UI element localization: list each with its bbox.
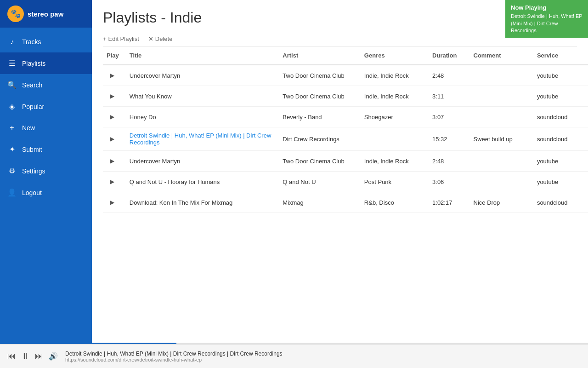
table-header-row: Play Title Artist Genres Duration Commen…	[103, 46, 588, 65]
sidebar-label-submit: Submit	[22, 146, 42, 153]
play-button[interactable]: ▶	[107, 111, 118, 122]
play-cell: ▶	[103, 65, 126, 86]
play-button[interactable]: ▶	[107, 176, 118, 187]
sidebar: 🐾 stereo paw ♪ Tracks ☰ Playlists 🔍 Sear…	[0, 0, 92, 343]
genres-cell: Post Punk	[361, 172, 429, 192]
genres-cell: Indie, Indie Rock	[361, 151, 429, 172]
play-cell: ▶	[103, 151, 126, 172]
artist-cell: Beverly - Band	[279, 107, 361, 127]
comment-cell	[470, 86, 533, 107]
comment-cell	[470, 172, 533, 192]
title-cell: Q and Not U - Hooray for Humans	[126, 172, 279, 192]
edit-playlist-button[interactable]: + Edit Playlist	[103, 35, 139, 42]
duration-cell: 3:07	[429, 107, 469, 127]
comment-cell	[470, 107, 533, 127]
col-header-play: Play	[103, 46, 126, 65]
play-button[interactable]: ▶	[107, 70, 118, 81]
main-content: Now Playing Detroit Swindle | Huh, What!…	[92, 0, 588, 343]
table-row: ▶Q and Not U - Hooray for HumansQ and No…	[103, 172, 588, 192]
duration-cell: 3:11	[429, 86, 469, 107]
tracks-body: ▶Undercover MartynTwo Door Cinema ClubIn…	[103, 65, 588, 213]
progress-bar[interactable]	[0, 343, 588, 344]
player-info-row: ⏮ ⏸ ⏭ 🔊 Detroit Swindle | Huh, What! EP …	[0, 344, 588, 368]
sidebar-item-tracks[interactable]: ♪ Tracks	[0, 31, 92, 52]
now-playing-badge: Now Playing Detroit Swindle | Huh, What!…	[505, 0, 588, 38]
play-cell: ▶	[103, 107, 126, 127]
play-pause-button[interactable]: ⏸	[21, 351, 29, 361]
sidebar-item-submit[interactable]: ✦ Submit	[0, 138, 92, 160]
comment-cell	[470, 151, 533, 172]
service-cell: soundcloud	[533, 192, 588, 213]
table-row: ▶Download: Kon In The Mix For MixmagMixm…	[103, 192, 588, 213]
play-cell: ▶	[103, 127, 126, 151]
music-icon: ♪	[7, 38, 17, 46]
duration-cell: 3:06	[429, 172, 469, 192]
title-cell: Honey Do	[126, 107, 279, 127]
service-cell: soundcloud	[533, 107, 588, 127]
play-button[interactable]: ▶	[107, 91, 118, 102]
duration-cell: 2:48	[429, 65, 469, 86]
table-row: ▶Honey DoBeverly - BandShoegazer3:07soun…	[103, 107, 588, 127]
genres-cell: Indie, Indie Rock	[361, 65, 429, 86]
delete-icon: ✕	[148, 35, 153, 42]
col-header-genres: Genres	[361, 46, 429, 65]
prev-button[interactable]: ⏮	[7, 351, 16, 361]
popular-icon: ◈	[7, 102, 17, 111]
table-row: ▶What You KnowTwo Door Cinema ClubIndie,…	[103, 86, 588, 107]
sidebar-item-popular[interactable]: ◈ Popular	[0, 96, 92, 117]
player-track-text: Detroit Swindle | Huh, What! EP (Mini Mi…	[65, 351, 581, 357]
col-header-duration: Duration	[429, 46, 469, 65]
comment-cell: Nice Drop	[470, 192, 533, 213]
service-cell: youtube	[533, 86, 588, 107]
artist-cell: Two Door Cinema Club	[279, 65, 361, 86]
settings-icon: ⚙	[7, 167, 17, 175]
sidebar-item-playlists[interactable]: ☰ Playlists	[0, 52, 92, 74]
tracks-table: Play Title Artist Genres Duration Commen…	[103, 46, 588, 213]
genres-cell: R&b, Disco	[361, 192, 429, 213]
play-button[interactable]: ▶	[107, 155, 118, 167]
track-title-link[interactable]: Detroit Swindle | Huh, What! EP (Mini Mi…	[130, 132, 271, 146]
sidebar-label-new: New	[22, 124, 35, 132]
app-logo: 🐾 stereo paw	[0, 0, 92, 28]
play-button[interactable]: ▶	[107, 197, 118, 208]
comment-cell	[470, 65, 533, 86]
title-cell: Undercover Martyn	[126, 65, 279, 86]
player-url: https://soundcloud.com/dirt-crew/detroit…	[65, 357, 581, 362]
col-header-title: Title	[126, 46, 279, 65]
artist-cell: Q and Not U	[279, 172, 361, 192]
delete-button[interactable]: ✕ Delete	[148, 35, 173, 42]
volume-button[interactable]: 🔊	[49, 352, 58, 361]
title-cell: Detroit Swindle | Huh, What! EP (Mini Mi…	[126, 127, 279, 151]
col-header-comment: Comment	[470, 46, 533, 65]
sidebar-label-tracks: Tracks	[22, 38, 41, 46]
service-cell: youtube	[533, 65, 588, 86]
artist-cell: Two Door Cinema Club	[279, 151, 361, 172]
title-cell: What You Know	[126, 86, 279, 107]
progress-fill	[0, 343, 176, 344]
app-name: stereo paw	[28, 10, 63, 18]
search-icon: 🔍	[7, 80, 17, 89]
table-row: ▶Undercover MartynTwo Door Cinema ClubIn…	[103, 65, 588, 86]
sidebar-label-playlists: Playlists	[22, 60, 45, 67]
service-cell: youtube	[533, 151, 588, 172]
edit-icon: +	[103, 35, 107, 42]
sidebar-item-logout[interactable]: 👤 Logout	[0, 182, 92, 203]
comment-cell: Sweet build up	[470, 127, 533, 151]
title-cell: Download: Kon In The Mix For Mixmag	[126, 192, 279, 213]
duration-cell: 15:32	[429, 127, 469, 151]
now-playing-track: Detroit Swindle | Huh, What! EP (Mini Mi…	[511, 13, 582, 34]
player-controls: ⏮ ⏸ ⏭ 🔊	[7, 351, 58, 361]
genres-cell: Indie, Indie Rock	[361, 86, 429, 107]
now-playing-label: Now Playing	[511, 4, 582, 12]
artist-cell: Dirt Crew Recordings	[279, 127, 361, 151]
play-button[interactable]: ▶	[107, 133, 118, 144]
sidebar-item-new[interactable]: + New	[0, 117, 92, 138]
list-icon: ☰	[7, 59, 17, 68]
sidebar-label-popular: Popular	[22, 103, 44, 110]
genres-cell: Shoegazer	[361, 107, 429, 127]
next-button[interactable]: ⏭	[35, 351, 43, 361]
edit-label: Edit Playlist	[108, 35, 139, 42]
service-cell: youtube	[533, 172, 588, 192]
sidebar-item-search[interactable]: 🔍 Search	[0, 74, 92, 96]
sidebar-item-settings[interactable]: ⚙ Settings	[0, 160, 92, 182]
